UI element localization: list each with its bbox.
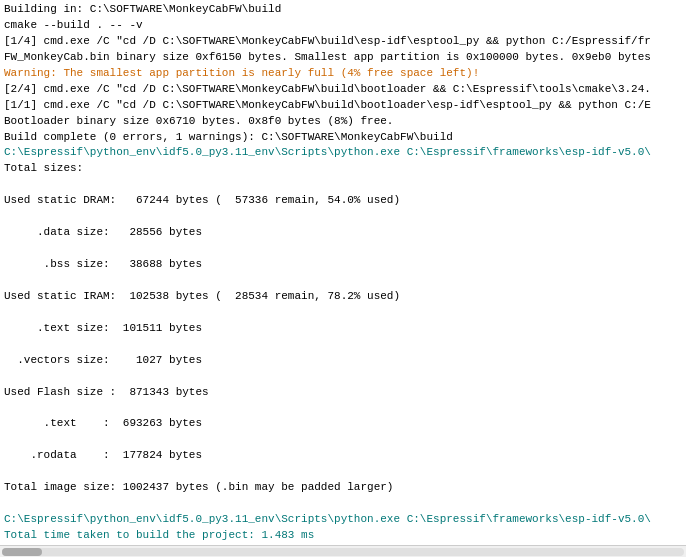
terminal-line — [4, 241, 682, 257]
terminal-line: .rodata : 177824 bytes — [4, 448, 682, 464]
terminal-line — [4, 400, 682, 416]
terminal-line: Used static IRAM: 102538 bytes ( 28534 r… — [4, 289, 682, 305]
terminal-line: Total time taken to build the project: 1… — [4, 528, 682, 544]
terminal-line: .bss size: 38688 bytes — [4, 257, 682, 273]
terminal-line — [4, 273, 682, 289]
terminal-line: [1/1] cmd.exe /C "cd /D C:\SOFTWARE\Monk… — [4, 98, 682, 114]
terminal-line: .vectors size: 1027 bytes — [4, 353, 682, 369]
terminal-line: C:\Espressif\python_env\idf5.0_py3.11_en… — [4, 145, 682, 161]
terminal-line: [1/4] cmd.exe /C "cd /D C:\SOFTWARE\Monk… — [4, 34, 682, 50]
terminal-window: Building in: C:\SOFTWARE\MonkeyCabFW\bui… — [0, 0, 686, 557]
scrollbar-track[interactable] — [2, 548, 684, 556]
terminal-line: [2/4] cmd.exe /C "cd /D C:\SOFTWARE\Monk… — [4, 82, 682, 98]
scrollbar-area[interactable] — [0, 545, 686, 557]
terminal-line — [4, 496, 682, 512]
terminal-line: cmake --build . -- -v — [4, 18, 682, 34]
terminal-line — [4, 337, 682, 353]
terminal-line — [4, 369, 682, 385]
terminal-line: Bootloader binary size 0x6710 bytes. 0x8… — [4, 114, 682, 130]
terminal-line: Used Flash size : 871343 bytes — [4, 385, 682, 401]
terminal-line: Total image size: 1002437 bytes (.bin ma… — [4, 480, 682, 496]
terminal-line: Warning: The smallest app partition is n… — [4, 66, 682, 82]
terminal-line: .text size: 101511 bytes — [4, 321, 682, 337]
terminal-line — [4, 464, 682, 480]
terminal-line — [4, 177, 682, 193]
terminal-output: Building in: C:\SOFTWARE\MonkeyCabFW\bui… — [0, 0, 686, 545]
terminal-line: Build complete (0 errors, 1 warnings): C… — [4, 130, 682, 146]
terminal-line: C:\Espressif\python_env\idf5.0_py3.11_en… — [4, 512, 682, 528]
terminal-line — [4, 209, 682, 225]
terminal-line: Building in: C:\SOFTWARE\MonkeyCabFW\bui… — [4, 2, 682, 18]
terminal-line: FW_MonkeyCab.bin binary size 0xf6150 byt… — [4, 50, 682, 66]
terminal-line — [4, 432, 682, 448]
terminal-line: Total sizes: — [4, 161, 682, 177]
terminal-line — [4, 305, 682, 321]
terminal-line: .text : 693263 bytes — [4, 416, 682, 432]
terminal-line: Used static DRAM: 67244 bytes ( 57336 re… — [4, 193, 682, 209]
scrollbar-thumb[interactable] — [2, 548, 42, 556]
terminal-line: .data size: 28556 bytes — [4, 225, 682, 241]
